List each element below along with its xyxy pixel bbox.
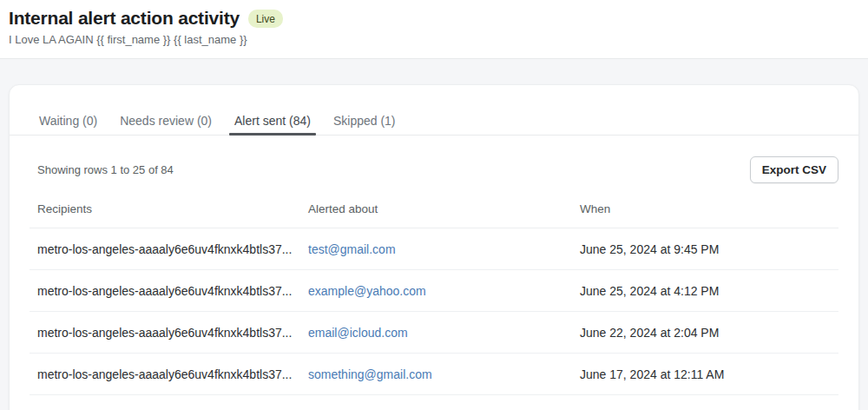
column-header-when: When <box>572 195 838 228</box>
card-content: Showing rows 1 to 25 of 84 Export CSV Re… <box>10 136 858 395</box>
alerted-about-link[interactable]: email@icloud.com <box>308 326 408 340</box>
page-subtitle: I Love LA AGAIN {{ first_name }} {{ last… <box>9 33 859 46</box>
alert-activity-card: Waiting (0)Needs review (0)Alert sent (8… <box>9 84 859 410</box>
alerted-about-cell: something@gmail.com <box>300 354 572 395</box>
tab-waiting[interactable]: Waiting (0) <box>34 106 102 135</box>
table-row: metro-los-angeles-aaaaly6e6uv4fknxk4btls… <box>30 354 838 395</box>
table-row: metro-los-angeles-aaaaly6e6uv4fknxk4btls… <box>30 270 838 312</box>
alerted-about-cell: example@yahoo.com <box>300 270 572 312</box>
when-cell: June 17, 2024 at 12:11 AM <box>572 354 838 395</box>
table-row: metro-los-angeles-aaaaly6e6uv4fknxk4btls… <box>30 312 838 354</box>
table-toolbar: Showing rows 1 to 25 of 84 Export CSV <box>30 156 838 183</box>
live-status-badge: Live <box>248 10 283 28</box>
showing-rows-text: Showing rows 1 to 25 of 84 <box>37 163 174 176</box>
table-row: metro-los-angeles-aaaaly6e6uv4fknxk4btls… <box>30 228 838 270</box>
alerted-about-link[interactable]: example@yahoo.com <box>308 284 426 298</box>
tab-skipped[interactable]: Skipped (1) <box>328 106 401 135</box>
tab-bar: Waiting (0)Needs review (0)Alert sent (8… <box>10 85 858 136</box>
recipient-cell: metro-los-angeles-aaaaly6e6uv4fknxk4btls… <box>30 228 300 270</box>
alerts-table: RecipientsAlerted aboutWhen metro-los-an… <box>30 195 838 395</box>
page-header: Internal alert action activity Live I Lo… <box>0 0 868 59</box>
recipient-cell: metro-los-angeles-aaaaly6e6uv4fknxk4btls… <box>30 312 300 354</box>
alerted-about-link[interactable]: something@gmail.com <box>308 367 432 381</box>
page-body: Waiting (0)Needs review (0)Alert sent (8… <box>0 59 868 410</box>
title-row: Internal alert action activity Live <box>9 8 859 29</box>
alerted-about-link[interactable]: test@gmail.com <box>308 242 396 256</box>
table-header-row: RecipientsAlerted aboutWhen <box>30 195 838 228</box>
tab-alert-sent[interactable]: Alert sent (84) <box>229 106 316 135</box>
column-header-recipients: Recipients <box>30 195 300 228</box>
page: Internal alert action activity Live I Lo… <box>0 0 868 410</box>
tab-needs-review[interactable]: Needs review (0) <box>115 106 217 135</box>
page-title: Internal alert action activity <box>9 8 240 29</box>
alerted-about-cell: email@icloud.com <box>300 312 572 354</box>
column-header-alerted-about: Alerted about <box>300 195 572 228</box>
alerted-about-cell: test@gmail.com <box>300 228 572 270</box>
export-csv-button[interactable]: Export CSV <box>750 156 838 183</box>
recipient-cell: metro-los-angeles-aaaaly6e6uv4fknxk4btls… <box>30 354 300 395</box>
recipient-cell: metro-los-angeles-aaaaly6e6uv4fknxk4btls… <box>30 270 300 312</box>
when-cell: June 25, 2024 at 9:45 PM <box>572 228 838 270</box>
when-cell: June 25, 2024 at 4:12 PM <box>572 270 838 312</box>
when-cell: June 22, 2024 at 2:04 PM <box>572 312 838 354</box>
